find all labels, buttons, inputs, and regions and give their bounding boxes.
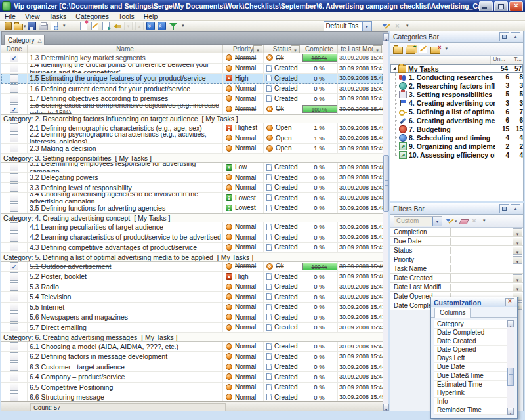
done-checkbox[interactable] [10,303,18,311]
popup-scrollbar[interactable] [507,320,514,415]
task-name-cell[interactable]: 2.1 Defining demographic characteristics… [28,123,223,133]
column-list-item[interactable]: Info [434,398,507,406]
done-checkbox[interactable] [10,393,18,401]
table-row[interactable]: 1.4 Identifying the crucial points of di… [1,64,383,74]
filter-row[interactable]: Task Name [390,264,523,274]
status-cell[interactable]: Ok [264,262,301,272]
task-name-cell[interactable]: 5.1 Outdoor advertisement [28,262,223,272]
done-checkbox[interactable] [10,203,18,212]
table-row[interactable]: 5.7 Direct emailing Normal Created 0 % 3… [1,323,383,333]
date-modified-cell[interactable]: 30.09.2008 15:42 [338,183,383,193]
filter-row[interactable]: Completion [390,228,523,237]
category-separator-row[interactable]: Category: 3. Setting responsibilities [ … [1,154,383,162]
table-row[interactable]: Category: 3. Setting responsibilities [ … [1,154,383,163]
scroll-up-icon[interactable] [383,33,389,41]
done-checkbox[interactable] [10,123,18,132]
done-checkbox[interactable] [10,323,18,331]
column-list-item[interactable]: Date Created [434,337,507,346]
done-checkbox[interactable] [10,84,18,93]
tree-item[interactable]: 6. Creating advertising messages 6 6 [390,116,523,125]
complete-cell[interactable]: 0 % [301,243,338,253]
table-row[interactable]: Category: 2. Researching factors influen… [1,114,383,123]
complete-cell[interactable]: 0 % [301,94,338,104]
priority-cell[interactable]: Normal [223,84,264,94]
column-list-item[interactable]: Date Opened [434,346,507,354]
category-separator-row[interactable]: Category: 2. Researching factors influen… [1,115,383,123]
date-modified-cell[interactable]: 30.09.2008 15:44 [338,362,383,372]
status-cell[interactable]: Ok [264,53,301,63]
table-row[interactable]: 6.5 Competitive Positioning Normal Creat… [1,383,383,393]
toolbar-button[interactable] [179,21,190,31]
filter-row[interactable]: Due Date [390,237,523,246]
task-name-cell[interactable]: 5.7 Direct emailing [28,323,223,333]
table-row[interactable]: 3.3 Defining level of responsibility Nor… [1,183,383,194]
date-modified-cell[interactable]: 30.09.2008 15:48 [338,53,383,63]
column-header-uncompleted[interactable]: Un... [490,56,507,64]
status-cell[interactable]: Created [264,383,301,392]
done-checkbox[interactable] [10,173,18,182]
date-modified-cell[interactable]: 30.09.2008 15:41 [338,84,383,94]
task-name-cell[interactable]: 5.6 Newspapers and magazines [28,312,223,322]
filter-preset-combo[interactable]: Custom [394,216,442,226]
complete-cell[interactable]: 0 % [301,64,338,74]
priority-cell[interactable]: Normal [223,372,264,382]
date-modified-cell[interactable]: 30.09.2008 15:49 [338,123,383,133]
toolbar-button[interactable] [3,21,13,31]
table-row[interactable]: 6.6 Structuring message Normal Created 0… [1,392,383,401]
done-checkbox[interactable] [10,342,18,350]
complete-cell[interactable]: 100 % [301,104,338,114]
filter-dropdown-button[interactable] [513,274,522,282]
menu-item[interactable]: Tools [114,12,139,20]
priority-cell[interactable]: Low [223,163,264,173]
complete-cell[interactable]: 0 % [301,383,338,392]
done-checkbox[interactable] [10,262,18,270]
status-cell[interactable]: Open [264,144,301,154]
close-button[interactable] [509,1,523,11]
date-modified-cell[interactable]: 30.09.2008 15:49 [338,262,383,272]
status-cell[interactable]: Created [264,372,301,382]
complete-cell[interactable]: 0 % [301,292,338,302]
toolbar-button[interactable] [392,21,403,31]
complete-cell[interactable]: 1 % [301,133,338,143]
tree-item[interactable]: 5. Defining a list of optimal advertisin… [390,108,523,116]
done-checkbox[interactable] [10,134,18,142]
table-row[interactable]: 5.1 Outdoor advertisement Normal Ok 100 … [1,262,383,272]
toolbar-button[interactable] [146,21,156,31]
complete-cell[interactable]: 0 % [301,392,338,401]
toolbar-button[interactable] [404,21,414,31]
complete-cell[interactable]: 0 % [301,323,338,333]
complete-cell[interactable]: 0 % [301,173,338,182]
menu-item[interactable]: View [20,12,45,20]
filter-dropdown-button[interactable] [513,238,522,245]
done-checkbox[interactable] [10,64,18,72]
done-checkbox[interactable] [10,293,18,301]
groupby-tab-category[interactable]: Category △ [4,35,45,45]
date-modified-cell[interactable]: 30.09.2008 15:43 [338,303,383,312]
done-checkbox[interactable] [10,282,18,291]
task-name-cell[interactable]: 6.1 Choosing a model (AIDA, AIDMA, ????,… [28,342,223,352]
priority-cell[interactable]: Normal [223,362,264,372]
status-cell[interactable]: Created [264,392,301,401]
done-checkbox[interactable] [10,74,18,83]
task-name-cell[interactable]: 6.6 Structuring message [28,392,223,401]
task-name-cell[interactable]: 3.3 Defining level of responsibility [28,183,223,193]
toolbar-button[interactable]: ▾ [14,21,26,31]
table-row[interactable]: 3.1 Determining employees responsible fo… [1,163,383,173]
priority-cell[interactable]: Normal [223,352,264,362]
column-list-item[interactable]: Reminder Time [434,406,507,415]
priority-cell[interactable]: Normal [223,53,264,63]
complete-cell[interactable]: 0 % [301,163,338,173]
toolbar-button[interactable] [430,44,440,54]
date-modified-cell[interactable]: 30.09.2008 15:44 [338,352,383,362]
task-name-cell[interactable]: 1.6 Defining current demand for your pro… [28,84,223,94]
column-list-item[interactable]: Due Date [434,363,507,371]
priority-cell[interactable]: Normal [223,144,264,154]
tree-item[interactable]: 3. Setting responsibilities 5 5 [390,90,523,98]
menu-item[interactable]: Categories [71,12,114,20]
priority-cell[interactable]: Normal [223,282,264,292]
complete-cell[interactable]: 0 % [301,193,338,203]
toolbar-button[interactable] [60,21,71,31]
status-cell[interactable]: Ok [264,104,301,114]
table-row[interactable]: 5.3 Radio Normal Created 0 % 30.09.2008 … [1,282,383,293]
status-cell[interactable]: Created [264,303,301,312]
